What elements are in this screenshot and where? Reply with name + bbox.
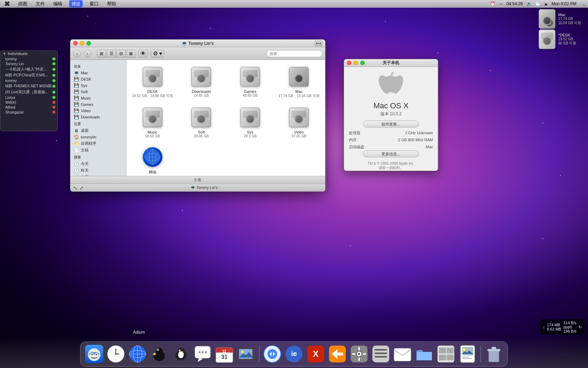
dock-item-mail[interactable] — [392, 344, 413, 364]
more-info-button[interactable]: 更多信息... — [363, 150, 419, 157]
dock-item-browser2[interactable]: ie — [284, 344, 304, 364]
about-max-button[interactable] — [360, 61, 365, 65]
sidebar-item-downloads[interactable]: 💾 Downloads — [70, 114, 126, 120]
dock-item-files[interactable] — [414, 344, 434, 364]
buddy-item-0[interactable]: tommy — [0, 56, 57, 61]
back-button[interactable]: ‹ — [73, 50, 81, 57]
dock-item-chat[interactable] — [192, 344, 213, 364]
finder-item-desk[interactable]: DESK 19.52 GB，18.86 GB 可用 — [130, 63, 175, 101]
buddy-item-7[interactable]: Liviya — [0, 95, 57, 100]
finder-item-network[interactable]: 网络 — [130, 144, 175, 176]
finder-item-games[interactable]: Games 48.83 GB — [227, 63, 273, 101]
sidebar-item-lastweek[interactable]: 🕐 上周 — [70, 174, 126, 176]
buddy-item-5[interactable]: M群-THEMEX.NET MSN群 — [0, 83, 57, 89]
list-view-button[interactable]: ☰ — [107, 50, 116, 57]
refresh-icon[interactable]: ↻ — [579, 325, 582, 329]
column-view-button[interactable]: ⊟ — [117, 50, 126, 57]
resize-icon-right[interactable]: ⤢ — [79, 185, 84, 191]
resize-icon-left[interactable]: ⤡ — [73, 185, 77, 191]
sidebar-item-today[interactable]: 🕐 今天 — [70, 161, 126, 167]
svg-point-1 — [548, 21, 551, 24]
menubar-something-icon: ▲ — [544, 1, 548, 6]
minimize-button[interactable] — [80, 41, 84, 46]
search-input[interactable] — [266, 50, 322, 57]
dock-item-settings[interactable] — [349, 344, 369, 364]
action-button[interactable]: ⚙ ▾ — [151, 50, 164, 57]
maximize-button[interactable] — [86, 41, 91, 46]
close-button[interactable] — [73, 41, 78, 46]
buddy-item-1[interactable]: Tommy Lin — [0, 61, 57, 66]
dock-item-browser1[interactable] — [262, 344, 282, 364]
menubar-search-icon[interactable]: 🔍 — [580, 1, 585, 6]
dock-item-adium[interactable] — [149, 344, 169, 364]
apple-menu[interactable]: ⌘ — [3, 1, 11, 7]
dock-item-photos[interactable] — [236, 344, 256, 364]
finder-item-downloads[interactable]: Downloads 24.65 GB — [179, 63, 224, 101]
svg-rect-67 — [447, 348, 454, 353]
games-item-size: 48.83 GB — [243, 94, 258, 97]
sidebar-item-mac[interactable]: 💻 Mac — [70, 70, 126, 76]
dock-item-config[interactable] — [371, 344, 391, 364]
sidebar-item-documents[interactable]: 📄 文稿 — [70, 147, 126, 154]
finder-item-mac[interactable]: Mac 17.74 GB，10.04 GB 可用 — [276, 63, 322, 101]
buddy-item-9[interactable]: Alfred — [0, 105, 57, 110]
software-update-button[interactable]: 软件更新... — [363, 121, 419, 128]
finder-item-soft[interactable]: Soft 39.06 GB — [179, 104, 224, 140]
sidebar-item-music[interactable]: 💾 Music — [70, 95, 126, 101]
sidebar-item-soft[interactable]: 💾 Soft — [70, 89, 126, 95]
mac-icon-size: 17.74 GB — [558, 17, 581, 21]
menu-item-grab[interactable]: 抓图 — [17, 1, 29, 7]
collapse-icon[interactable]: ▼ — [2, 52, 6, 56]
dock-item-finder[interactable] — [84, 344, 104, 364]
about-min-button[interactable] — [354, 61, 358, 65]
network-monitor-icon: ↕ — [543, 325, 545, 329]
sidebar-item-applications[interactable]: 📁 应用程序 — [70, 140, 126, 147]
menu-item-file[interactable]: 文件 — [34, 1, 46, 7]
finder-item-video[interactable]: Video 97.65 GB — [276, 104, 322, 140]
desktop-icon-mac[interactable]: Mac 17.74 GB 10.04 GB 可用 — [539, 11, 581, 27]
sidebar-item-video[interactable]: 💾 Video — [70, 108, 126, 114]
dock-item-tweetie[interactable] — [171, 344, 191, 364]
cover-flow-button[interactable]: ⊠ — [126, 50, 135, 57]
forward-button[interactable]: › — [84, 50, 91, 57]
buddy-item-6[interactable]: (#) Live英汉通（直接输... — [0, 89, 57, 95]
sidebar-item-yesterday[interactable]: 🕐 昨天 — [70, 167, 126, 174]
sidebar-item-desk[interactable]: 💾 DESK — [70, 76, 126, 82]
processor-value: 3 GHz Unknown — [405, 130, 433, 137]
buddy-item-2[interactable]: ～小机器人>输入"外语... — [0, 66, 57, 72]
sidebar-mac-label: Mac — [81, 71, 88, 75]
sidebar-item-sys[interactable]: 💾 Sys — [70, 82, 126, 89]
sidebar-item-tommylin[interactable]: 🏠 tommylin — [70, 134, 126, 140]
sidebar-devices-header: 设备 — [70, 63, 126, 70]
sidebar-item-games[interactable]: 💾 Games — [70, 101, 126, 108]
dock-item-network[interactable] — [127, 344, 148, 364]
sidebar-item-desktop[interactable]: 🖥 桌面 — [70, 127, 126, 134]
quick-look-button[interactable]: 👁 — [138, 50, 148, 57]
menu-item-edit[interactable]: 编辑 — [52, 1, 64, 7]
dock-item-trash[interactable] — [484, 344, 504, 364]
finder-item-sys[interactable]: Sys 29.3 GB — [227, 104, 273, 140]
dock-separator-2 — [481, 346, 481, 362]
dock-item-tabs[interactable] — [436, 344, 456, 364]
dock-item-preview[interactable] — [457, 344, 478, 364]
buddy-item-8[interactable]: Will(#) — [0, 100, 57, 105]
buddy-name-0: tommy — [5, 57, 17, 61]
dock-item-clock[interactable] — [106, 344, 126, 364]
zoom-button[interactable]: ⟷ — [315, 41, 322, 46]
menu-item-window[interactable]: 窗口 — [88, 1, 100, 7]
buddy-item-4[interactable]: tommy — [0, 78, 57, 83]
menu-item-capture[interactable]: 捕捉 — [69, 0, 83, 7]
buddy-item-3[interactable]: M群-PCPChina官方MS... — [0, 72, 57, 78]
desk-icon-img — [539, 31, 555, 48]
down-label: ppp0 — [564, 325, 576, 329]
menu-item-help[interactable]: 帮助 — [106, 1, 118, 7]
dock-item-app-red[interactable]: X — [306, 344, 326, 364]
icon-view-button[interactable]: ⊞ — [97, 50, 106, 57]
finder-item-music[interactable]: Music 58.59 GB — [130, 104, 175, 140]
dock-item-arrow[interactable] — [327, 344, 348, 364]
dock-item-calendar[interactable]: 31 31 — [214, 344, 234, 364]
desktop-icon-desk[interactable]: *DESK 19.52 GB 86 GB 可用 — [539, 31, 581, 48]
buddy-item-10[interactable]: Shoegazer — [0, 110, 57, 115]
svg-point-55 — [358, 353, 360, 355]
about-close-button[interactable] — [347, 61, 351, 65]
